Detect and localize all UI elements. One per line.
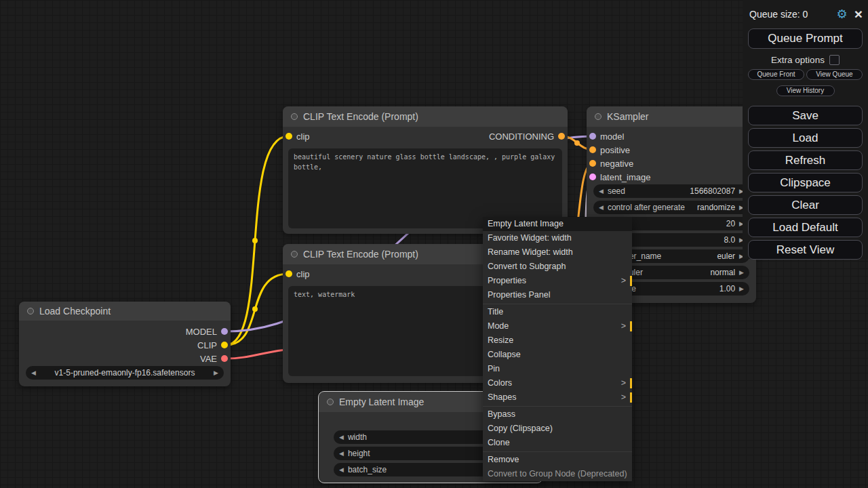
vae-output-dot[interactable]: [221, 355, 228, 362]
collapse-dot-icon[interactable]: [327, 399, 334, 405]
output-row: MODEL: [19, 325, 231, 338]
extra-options-row: Extra options: [743, 55, 868, 65]
collapse-dot-icon[interactable]: [27, 308, 34, 314]
node-canvas[interactable]: Load Checkpoint MODEL CLIP VAE ◀ v1-5-pr…: [0, 0, 868, 488]
input-label: clip: [296, 269, 310, 279]
menu-item-mode[interactable]: Mode >: [483, 319, 632, 333]
node-title-bar[interactable]: CLIP Text Encode (Prompt): [283, 106, 568, 127]
ckpt-name-value: v1-5-pruned-emaonly-fp16.safetensors: [55, 368, 195, 378]
menu-item-title[interactable]: Title: [483, 305, 632, 319]
node-load-checkpoint[interactable]: Load Checkpoint MODEL CLIP VAE ◀ v1-5-pr…: [19, 302, 231, 386]
input-row: positive: [587, 143, 756, 157]
load-default-button[interactable]: Load Default: [748, 218, 863, 237]
ckpt-name-widget[interactable]: ◀ v1-5-pruned-emaonly-fp16.safetensors ▶: [26, 366, 224, 380]
clipspace-button[interactable]: Clipspace: [748, 173, 863, 192]
clip-output-dot[interactable]: [221, 342, 228, 348]
decrement-icon[interactable]: ◀: [599, 188, 604, 195]
input-row: negative: [587, 157, 756, 170]
positive-input-dot[interactable]: [589, 146, 596, 153]
collapse-dot-icon[interactable]: [291, 113, 298, 120]
menu-item-shapes[interactable]: Shapes >: [483, 390, 632, 405]
next-value-icon[interactable]: ▶: [739, 270, 744, 276]
view-history-button[interactable]: View History: [776, 85, 835, 96]
widget-value: 8.0: [724, 235, 735, 245]
decrement-icon[interactable]: ◀: [339, 434, 344, 441]
node-title-bar[interactable]: Load Checkpoint: [19, 302, 231, 321]
clip-input-dot[interactable]: [285, 133, 292, 140]
output-label: CLIP: [197, 340, 217, 350]
input-label: negative: [600, 159, 633, 169]
clip-input-dot[interactable]: [285, 270, 292, 277]
input-label: clip: [296, 131, 310, 142]
refresh-button[interactable]: Refresh: [748, 150, 863, 170]
queue-front-button[interactable]: Queue Front: [748, 69, 804, 80]
conditioning-output-dot[interactable]: [558, 133, 565, 140]
menu-item-remove[interactable]: Remove: [483, 453, 632, 467]
queue-prompt-button[interactable]: Queue Prompt: [748, 28, 863, 49]
negative-input-dot[interactable]: [589, 160, 596, 167]
prev-value-icon[interactable]: ◀: [31, 370, 36, 376]
menu-item-label: Shapes: [488, 392, 516, 402]
load-button[interactable]: Load: [748, 128, 863, 148]
widget-label: height: [348, 449, 370, 458]
submenu-chevron-icon: >: [621, 390, 626, 405]
menu-item-resize[interactable]: Resize: [483, 333, 632, 348]
input-label: model: [600, 131, 624, 142]
clear-button[interactable]: Clear: [748, 195, 863, 215]
prev-value-icon[interactable]: ◀: [599, 205, 604, 211]
node-context-menu: Empty Latent Image Favorite Widget: widt…: [483, 217, 632, 481]
collapse-dot-icon[interactable]: [595, 113, 601, 120]
widget-value: 1566802087: [690, 186, 735, 196]
menu-item-bypass[interactable]: Bypass: [483, 407, 632, 422]
submenu-chevron-icon: >: [621, 319, 626, 333]
node-title-bar[interactable]: KSampler: [587, 106, 756, 127]
widget-value: 1.00: [719, 284, 735, 293]
input-label: latent_image: [600, 172, 650, 182]
submenu-marker-icon: [630, 321, 632, 331]
extra-options-label: Extra options: [771, 55, 825, 65]
output-row: CLIP: [19, 338, 231, 352]
wire-midpoint-dot: [252, 306, 258, 312]
context-menu-title: Empty Latent Image: [483, 217, 632, 231]
menu-item-rename-widget[interactable]: Rename Widget: width: [483, 245, 632, 260]
widget-value: normal: [710, 268, 735, 277]
widget-label: control after generate: [608, 203, 685, 212]
menu-item-clone[interactable]: Clone: [483, 436, 632, 450]
next-value-icon[interactable]: ▶: [214, 370, 218, 376]
settings-gear-icon[interactable]: ⚙: [837, 7, 848, 22]
menu-item-copy-clipspace[interactable]: Copy (Clipspace): [483, 422, 632, 436]
model-output-dot[interactable]: [221, 328, 228, 335]
menu-item-properties[interactable]: Properties >: [483, 274, 632, 288]
menu-item-favorite-widget[interactable]: Favorite Widget: width: [483, 231, 632, 245]
extra-options-checkbox[interactable]: [829, 55, 840, 65]
submenu-marker-icon: [630, 378, 632, 388]
model-input-dot[interactable]: [589, 133, 596, 140]
reset-view-button[interactable]: Reset View: [748, 240, 863, 260]
decrement-icon[interactable]: ◀: [339, 467, 344, 473]
menu-item-pin[interactable]: Pin: [483, 362, 632, 376]
view-queue-button[interactable]: View Queue: [806, 69, 863, 80]
menu-item-convert-to-subgraph[interactable]: Convert to Subgraph: [483, 260, 632, 274]
close-icon[interactable]: ×: [854, 9, 863, 20]
menu-item-convert-to-group-node[interactable]: Convert to Group Node (Deprecated): [483, 467, 632, 481]
widget-value: randomize: [697, 203, 735, 212]
control-after-generate-widget[interactable]: ◀ control after generate randomize ▶: [593, 201, 749, 214]
output-label: VAE: [200, 354, 217, 364]
node-clip-text-encode-positive[interactable]: CLIP Text Encode (Prompt) clip CONDITION…: [283, 106, 568, 234]
node-title: CLIP Text Encode (Prompt): [303, 111, 418, 122]
submenu-marker-icon: [630, 392, 632, 403]
latent-input-dot[interactable]: [589, 174, 596, 180]
menu-item-properties-panel[interactable]: Properties Panel: [483, 288, 632, 302]
save-button[interactable]: Save: [748, 106, 863, 125]
submenu-chevron-icon: >: [621, 274, 626, 288]
collapse-dot-icon[interactable]: [291, 251, 298, 258]
menu-item-collapse[interactable]: Collapse: [483, 348, 632, 362]
seed-widget[interactable]: ◀ seed 1566802087 ▶: [593, 184, 749, 198]
decrement-icon[interactable]: ◀: [339, 451, 344, 457]
increment-icon[interactable]: ▶: [739, 286, 744, 292]
wire-midpoint-dot: [574, 140, 580, 146]
menu-item-colors[interactable]: Colors >: [483, 376, 632, 390]
slot-row: clip CONDITIONING: [283, 129, 568, 143]
comfy-menu-panel: Queue size: 0 ⚙ × Queue Prompt Extra opt…: [743, 0, 868, 259]
node-title: CLIP Text Encode (Prompt): [303, 249, 418, 260]
